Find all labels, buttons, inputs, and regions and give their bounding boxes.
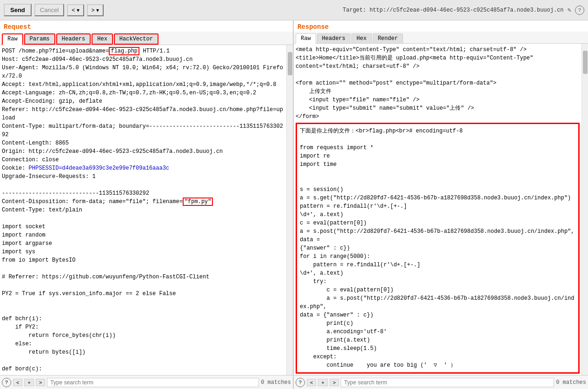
response-tabs: Raw Headers Hex Render xyxy=(294,32,588,44)
nav-fwd-button[interactable]: > ▾ xyxy=(87,4,104,16)
request-scroll-content[interactable]: POST /home.php?file=upload&name=flag.php… xyxy=(0,45,286,375)
response-scroll-content[interactable]: <meta http-equiv="Content-Type" content=… xyxy=(294,44,581,375)
response-search-input[interactable] xyxy=(341,378,554,387)
resp-hl-5: a = s.get("http://2d820fd7-6421-4536-b67… xyxy=(300,194,575,202)
tab-response-hex[interactable]: Hex xyxy=(351,33,372,43)
tab-request-hex[interactable]: Hex xyxy=(92,33,113,45)
request-line-17: import random xyxy=(2,231,284,239)
resp-hl-12: try: xyxy=(300,277,575,286)
cancel-button[interactable]: Cancel xyxy=(34,4,64,16)
tab-response-raw[interactable]: Raw xyxy=(296,33,316,44)
nav-back-button[interactable]: < ▾ xyxy=(67,4,84,16)
response-title: Response xyxy=(294,20,588,32)
request-help-icon[interactable]: ? xyxy=(2,378,11,387)
request-search-next[interactable]: + xyxy=(24,379,33,386)
request-line-13: -----------------------------11351157633… xyxy=(2,189,284,198)
request-line-blank2 xyxy=(2,214,284,223)
request-line-28: def bord(c): xyxy=(2,365,284,373)
tab-request-params[interactable]: Params xyxy=(24,33,55,45)
resp-hl-blank2 xyxy=(300,169,575,177)
request-search-input[interactable] xyxy=(47,378,259,387)
request-line-22: PY2 = True if sys.version_info.major == … xyxy=(2,290,284,298)
tab-request-raw[interactable]: Raw xyxy=(2,33,23,45)
resp-line-1: <title>Home</title>当前引用的是 upload.php<met… xyxy=(296,54,580,62)
request-line-blank6 xyxy=(2,306,284,315)
request-line-12: Upgrade-Insecure-Requests: 1 xyxy=(2,172,284,181)
resp-line-6: <input type="submit" name="submit" value… xyxy=(296,104,580,112)
resp-line-2: content="text/html; charset=utf-8" /> xyxy=(296,62,580,71)
request-line-7: Content-Type: multipart/form-data; bound… xyxy=(2,122,284,139)
response-content-area: <meta http-equiv="Content-Type" content=… xyxy=(294,44,581,375)
response-scrollbar-thumb xyxy=(583,51,588,74)
request-line-blank4 xyxy=(2,281,284,290)
request-line-27: return bytes([i]) xyxy=(2,348,284,356)
tab-response-render[interactable]: Render xyxy=(373,33,403,43)
resp-line-0: <meta http-equiv="Content-Type" content=… xyxy=(296,46,580,54)
resp-hl-10: for i in range(5000): xyxy=(300,252,575,261)
tab-response-headers[interactable]: Headers xyxy=(317,33,350,43)
request-line-10: Connection: close xyxy=(2,156,284,164)
resp-line-4: 上传文件 xyxy=(296,87,580,96)
request-line-blank7 xyxy=(2,356,284,365)
response-search-prev[interactable]: < xyxy=(307,379,316,386)
response-panel: Response Raw Headers Hex Render <meta ht… xyxy=(294,20,588,389)
edit-icon[interactable]: ✎ xyxy=(568,6,571,14)
response-help-icon[interactable]: ? xyxy=(296,378,305,387)
request-search-prev[interactable]: < xyxy=(13,379,22,386)
response-search-next[interactable]: + xyxy=(318,379,327,386)
response-highlighted-block: 下面是你上传的文件：<br>flag.php<br># encoding=utf… xyxy=(296,123,580,374)
request-search-extra[interactable]: > xyxy=(36,379,45,386)
resp-hl-15: data = {"answer" : c}) xyxy=(300,311,575,319)
request-line-1: Host: c5fc2eae-d094-46ec-9523-c925c485af… xyxy=(2,55,284,64)
resp-hl-14: a = s.post("http://2d820fd7-6421-4536-b6… xyxy=(300,294,575,311)
request-line-6: Referer: http://c5fc2eae-d094-46ec-9523-… xyxy=(2,105,284,122)
resp-hl-17: a.encoding='utf-8' xyxy=(300,328,575,336)
tab-request-headers[interactable]: Headers xyxy=(56,33,91,45)
request-title: Request xyxy=(0,20,293,32)
resp-line-5: <input type="file" name="file" /> xyxy=(296,96,580,104)
resp-hl-11: pattern = re.findall(r'\d+.[+-.]\d+', a.… xyxy=(300,261,575,277)
resp-hl-9: {"answer" : c}) xyxy=(300,244,575,252)
request-line-0: POST /home.php?file=upload&name=flag.php… xyxy=(2,47,284,55)
response-content-wrapper: <meta http-equiv="Content-Type" content=… xyxy=(294,44,588,375)
request-line-21: # Referrer: https://github.com/wuyunfeng… xyxy=(2,273,284,281)
request-line-23: def bchr(i): xyxy=(2,315,284,323)
resp-hl-blank1 xyxy=(300,135,575,144)
resp-hl-8: a = s.post("http://2d820fd7-6421-4536-b6… xyxy=(300,227,575,244)
help-icon[interactable]: ? xyxy=(575,6,584,15)
request-scrollbar[interactable] xyxy=(286,45,293,375)
request-line-24: if PY2: xyxy=(2,323,284,331)
resp-hl-1: from requests import * xyxy=(300,144,575,152)
resp-hl-16: print(c) xyxy=(300,319,575,328)
resp-hl-19: time.sleep(1.5) xyxy=(300,344,575,353)
request-content-wrapper: POST /home.php?file=upload&name=flag.php… xyxy=(0,45,293,375)
request-line-11: Cookie: PHPSESSID=d4deae3a6939c3e2e99e7f… xyxy=(2,164,284,172)
request-line-blank5 xyxy=(2,298,284,306)
request-line-9: Origin: http://c5fc2eae-d094-46ec-9523-c… xyxy=(2,147,284,156)
request-line-blank3 xyxy=(2,264,284,273)
tab-request-hackvector[interactable]: HackVector xyxy=(114,33,159,45)
response-search-matches: 0 matches xyxy=(556,379,586,386)
request-panel: Request Raw Params Headers Hex HackVecto… xyxy=(0,20,294,389)
response-search-extra[interactable]: > xyxy=(330,379,339,386)
request-line-3: Accept: text/html,application/xhtml+xml,… xyxy=(2,80,284,89)
top-bar: Send Cancel < ▾ > ▾ Target: http://c5fc2… xyxy=(0,0,588,20)
response-scrollbar[interactable] xyxy=(581,44,588,375)
resp-hl-blank3 xyxy=(300,177,575,185)
request-line-4: Accept-Language: zh-CN,zh;q=0.8,zh-TW;q=… xyxy=(2,89,284,97)
request-search-bar: ? < + > 0 matches xyxy=(0,375,293,389)
send-button[interactable]: Send xyxy=(4,4,32,16)
resp-hl-3: import time xyxy=(300,160,575,169)
request-line-20: from io import BytesIO xyxy=(2,256,284,264)
resp-hl-21: continue you are too big (' ▽ ' ） xyxy=(300,361,575,369)
request-line-26: else: xyxy=(2,340,284,348)
request-line-14: Content-Disposition: form-data; name="fi… xyxy=(2,198,284,206)
request-search-matches: 0 matches xyxy=(261,379,291,386)
resp-line-3: <form action="" method="post" enctype="m… xyxy=(296,79,580,87)
request-line-15: Content-Type: text/plain xyxy=(2,206,284,214)
target-label: Target: http://c5fc2eae-d094-46ec-9523-c… xyxy=(343,7,563,13)
request-line-8: Content-Length: 8865 xyxy=(2,139,284,147)
target-bar: Target: http://c5fc2eae-d094-46ec-9523-c… xyxy=(343,6,584,15)
resp-hl-6: pattern = re.findall(r'\d+.[+-.]\d+', a.… xyxy=(300,202,575,219)
resp-hl-13: c = eval(pattern[0]) xyxy=(300,286,575,294)
